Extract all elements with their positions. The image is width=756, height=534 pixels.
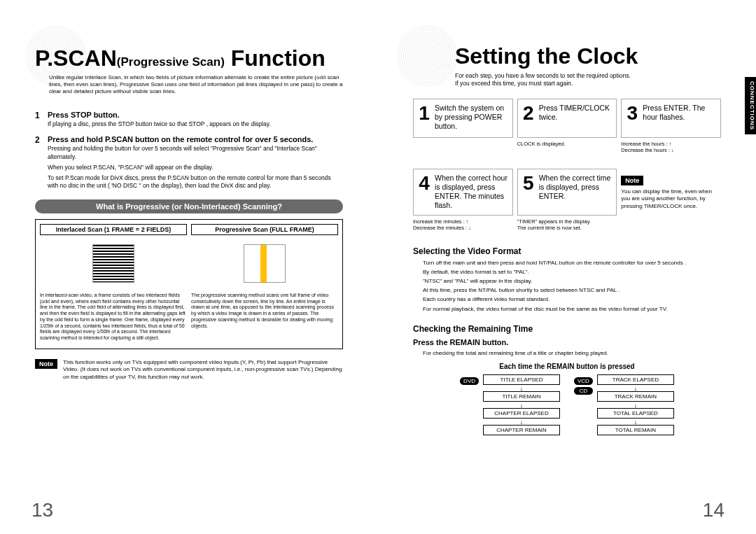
side-tab-connections: CONNECTIONS: [745, 77, 756, 134]
remaining-desc: For checking the total and remaining tim…: [423, 349, 721, 357]
interlaced-text: In interlaced-scan video, a frame consis…: [40, 293, 187, 342]
swirl-decoration: [396, 24, 458, 87]
note-text: This function works only on TVs equipped…: [63, 359, 343, 381]
remaining-sub: Press the REMAIN button.: [413, 338, 721, 346]
section-bar: What is Progressive (or Non-Interlaced) …: [35, 199, 343, 213]
clock-step-4-sub: Increase the minutes : ↑ Decrease the mi…: [413, 218, 513, 235]
step-2-head: Press and hold P.SCAN button on the remo…: [48, 135, 343, 143]
step-2-body: Pressing and holding the button for over…: [48, 145, 343, 161]
step-1: 1 Press STOP button. If playing a disc, …: [35, 111, 343, 128]
page-14: CONNECTIONS Setting the Clock For each s…: [378, 0, 756, 534]
page-13: P.SCAN(Progressive Scan) Function Unlike…: [0, 0, 378, 534]
clock-step-5-sub: "TIMER" appears in the display. The curr…: [517, 218, 617, 235]
progressive-text: The progressive scanning method scans on…: [191, 293, 338, 330]
video-format-body: Turn off the main unit and then press an…: [423, 259, 721, 313]
intro-text: Unlike regular Interlace Scan, in which …: [49, 74, 343, 95]
note-badge: Note: [35, 359, 57, 369]
note-row: Note This function works only on TVs equ…: [35, 359, 343, 381]
clock-step-3-sub: Increase the hours : ↑ Decrease the hour…: [621, 141, 721, 157]
dvd-remain-list: TITLE ELAPSED TITLE REMAIN CHAPTER ELAPS…: [483, 374, 560, 437]
clock-step-4: 4 When the correct hour is displayed, pr…: [413, 169, 513, 216]
clock-step-2: 2 Press TIMER/CLOCK twice.: [517, 99, 617, 138]
interlaced-illustration: [92, 244, 134, 283]
video-format-head: Selecting the Video Format: [413, 246, 721, 256]
cd-remain-list: TRACK ELAPSED TRACK REMAIN TOTAL ELAPSED…: [597, 374, 674, 437]
title-clock: Setting the Clock: [455, 43, 721, 69]
steps-row-2: 4 When the correct hour is displayed, pr…: [413, 169, 721, 235]
steps-row-1: 1 Switch the system on by pressing POWER…: [413, 99, 721, 157]
page-number-13: 13: [31, 499, 53, 521]
clock-step-1-sub: [413, 141, 513, 157]
cd-badge: CD: [574, 387, 593, 395]
step-2-bullet-2: To set P.Scan mode for DivX discs, press…: [48, 174, 343, 190]
step-1-body: If playing a disc, press the STOP button…: [48, 120, 343, 128]
remain-title: Each time the REMAIN button is pressed: [413, 363, 721, 370]
scan-comparison-box: Interlaced Scan (1 FRAME = 2 FIELDS) In …: [35, 219, 343, 349]
clock-step-1: 1 Switch the system on by pressing POWER…: [413, 99, 513, 138]
clock-note-text: You can display the time, even when you …: [621, 188, 721, 210]
note-badge: Note: [621, 176, 643, 185]
page-number-14: 14: [703, 499, 724, 521]
clock-step-5: 5 When the correct time is displayed, pr…: [517, 169, 617, 216]
remaining-head: Checking the Remaining Time: [413, 324, 721, 334]
step-2: 2 Press and hold P.SCAN button on the re…: [35, 135, 343, 192]
step-1-head: Press STOP button.: [48, 111, 343, 119]
progressive-illustration: [244, 244, 286, 283]
dvd-badge: DVD: [460, 377, 479, 385]
intro-clock: For each step, you have a few seconds to…: [455, 72, 721, 87]
vcd-badge: VCD: [574, 377, 593, 385]
interlaced-head: Interlaced Scan (1 FRAME = 2 FIELDS): [40, 224, 187, 235]
title-pscan: P.SCAN(Progressive Scan) Function: [35, 45, 343, 71]
numbered-steps: 1 Press STOP button. If playing a disc, …: [35, 111, 343, 192]
clock-note-block: Note You can display the time, even when…: [621, 173, 721, 210]
step-2-bullet-1: When you select P.SCAN, "P.SCAN" will ap…: [48, 164, 343, 171]
remain-diagram: DVD TITLE ELAPSED TITLE REMAIN CHAPTER E…: [413, 374, 721, 437]
clock-step-2-sub: CLOCK is displayed.: [517, 141, 617, 157]
progressive-head: Progressive Scan (FULL FRAME): [191, 224, 338, 235]
clock-step-3: 3 Press ENTER. The hour flashes.: [621, 99, 721, 138]
